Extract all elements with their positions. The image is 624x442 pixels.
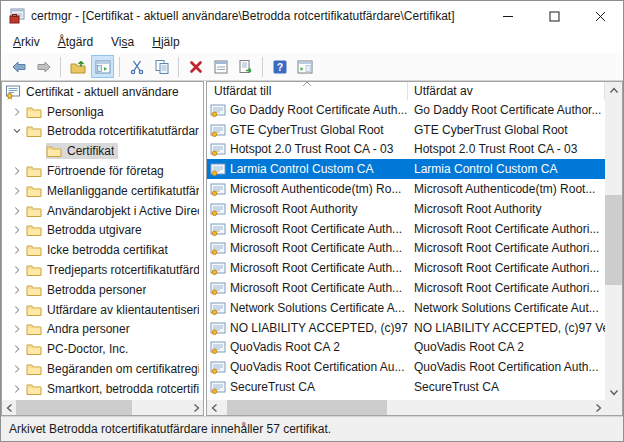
menu-arkiv[interactable]: Arkiv: [4, 31, 49, 53]
certificate-icon: [210, 359, 226, 375]
tree-expander-chevron-icon[interactable]: [8, 342, 26, 356]
list-vscroll-thumb[interactable]: [605, 195, 622, 285]
tree-expander-chevron-icon[interactable]: [8, 223, 26, 237]
tree-item[interactable]: Certifikat: [2, 141, 203, 161]
certificate-row[interactable]: SecureTrust CA SecureTrust CA: [207, 377, 605, 397]
scrollbar-corner: [605, 400, 622, 415]
tree-expander-chevron-icon[interactable]: [8, 283, 26, 297]
certificate-row[interactable]: Go Daddy Root Certificate Auth... Go Dad…: [207, 100, 605, 120]
status-bar: Arkivet Betrodda rotcertifikatutfärdare …: [1, 416, 623, 441]
scroll-left-icon[interactable]: [2, 400, 17, 415]
tree-expander-chevron-icon[interactable]: [8, 243, 26, 257]
tree-expander-chevron-icon[interactable]: [8, 322, 26, 336]
issued-to-cell: GTE CyberTrust Global Root: [230, 123, 408, 137]
tree-item[interactable]: Användarobjekt i Active Directory: [2, 201, 203, 221]
close-button[interactable]: [577, 1, 623, 31]
scroll-down-icon[interactable]: [605, 383, 622, 400]
tree-item[interactable]: Betrodda personer: [2, 280, 203, 300]
certificate-row[interactable]: Microsoft Root Certificate Auth... Micro…: [207, 258, 605, 278]
issued-to-cell: Microsoft Root Certificate Auth...: [230, 222, 408, 236]
forward-button[interactable]: [32, 55, 55, 78]
certificate-icon: [210, 280, 226, 296]
issued-by-cell: Microsoft Root Certificate Authori...: [408, 261, 605, 275]
tree-expander-chevron-icon[interactable]: [8, 263, 26, 277]
tree-item-label: Förtroende för företag: [47, 164, 164, 178]
certificate-row[interactable]: NO LIABILITY ACCEPTED, (c)97 ... NO LIAB…: [207, 318, 605, 338]
tree-expander-chevron-icon[interactable]: [8, 124, 26, 138]
export-list-button[interactable]: [234, 55, 257, 78]
certificate-icon: [210, 300, 226, 316]
show-console-tree-button[interactable]: [91, 55, 114, 78]
tree-item[interactable]: PC-Doctor, Inc.: [2, 339, 203, 359]
scroll-left-icon[interactable]: [207, 400, 222, 415]
tree-item[interactable]: Andra personer: [2, 320, 203, 340]
certificate-icon: [210, 161, 226, 177]
issued-to-cell: SecureTrust CA: [230, 380, 408, 394]
certificate-row[interactable]: Hotspot 2.0 Trust Root CA - 03 Hotspot 2…: [207, 140, 605, 160]
tree-item-icon: [26, 163, 42, 179]
tree-expander-chevron-icon[interactable]: [8, 164, 26, 178]
help-button[interactable]: ?: [268, 55, 291, 78]
title-bar: certmgr - [Certifikat - aktuell användar…: [1, 1, 623, 31]
tree-item-label: Betrodda personer: [47, 283, 146, 297]
certificate-row[interactable]: QuoVadis Root Certification Au... QuoVad…: [207, 357, 605, 377]
column-header-issued-by[interactable]: Utfärdat av: [408, 82, 605, 100]
tree-item-icon: [26, 302, 42, 318]
list-horizontal-scrollbar[interactable]: [207, 400, 605, 415]
copy-button[interactable]: [150, 55, 173, 78]
tree-item[interactable]: Utfärdare av klientautentisering: [2, 300, 203, 320]
tree-expander-chevron-icon[interactable]: [8, 303, 26, 317]
list-header: Utfärdat till Utfärdat av: [207, 82, 605, 100]
tree-item[interactable]: Certifikat - aktuell användare: [2, 82, 203, 102]
tree-item[interactable]: Icke betrodda certifikat: [2, 240, 203, 260]
delete-button[interactable]: [184, 55, 207, 78]
tree-expander-chevron-icon[interactable]: [8, 204, 26, 218]
tree-item[interactable]: Betrodda utgivare: [2, 221, 203, 241]
tree-item[interactable]: Betrodda rotcertifikatutfärdare: [2, 122, 203, 142]
menu-visa[interactable]: Visa: [102, 31, 143, 53]
tree-expander-chevron-icon[interactable]: [8, 105, 26, 119]
tree-expander-chevron-icon[interactable]: [8, 184, 26, 198]
tree-item[interactable]: Tredjeparts rotcertifikatutfärdare: [2, 260, 203, 280]
certificate-row[interactable]: Microsoft Authenticode(tm) Ro... Microso…: [207, 179, 605, 199]
certificate-row[interactable]: Microsoft Root Certificate Auth... Micro…: [207, 219, 605, 239]
tree-item-label: Användarobjekt i Active Directory: [47, 204, 199, 218]
show-action-pane-button[interactable]: [293, 55, 316, 78]
maximize-button[interactable]: [531, 1, 577, 31]
up-one-level-button[interactable]: [66, 55, 89, 78]
certificate-row[interactable]: Network Solutions Certificate A... Netwo…: [207, 298, 605, 318]
certificate-icon: [210, 221, 226, 237]
certificate-row[interactable]: Microsoft Root Authority Microsoft Root …: [207, 199, 605, 219]
certificate-row[interactable]: Microsoft Root Certificate Auth... Micro…: [207, 239, 605, 259]
tree-item[interactable]: Begäranden om certifikatregistrering: [2, 359, 203, 379]
menu-hjälp[interactable]: Hjälp: [143, 31, 188, 53]
menu-åtgärd[interactable]: Åtgärd: [49, 31, 102, 53]
cut-button[interactable]: [125, 55, 148, 78]
tree-expander-chevron-icon[interactable]: [8, 382, 26, 396]
certificate-row[interactable]: Microsoft Root Certificate Auth... Micro…: [207, 278, 605, 298]
tree-horizontal-scrollbar[interactable]: [2, 400, 203, 415]
tree-item-icon: [46, 143, 62, 159]
list-hscroll-thumb[interactable]: [227, 400, 387, 415]
issued-to-cell: Larmia Control Custom CA: [230, 162, 408, 176]
minimize-button[interactable]: [485, 1, 531, 31]
certificate-row[interactable]: QuoVadis Root CA 2 QuoVadis Root CA 2: [207, 338, 605, 358]
tree-hscroll-thumb[interactable]: [16, 400, 132, 415]
certificate-list-pane: Utfärdat till Utfärdat av Go Daddy Root …: [206, 81, 623, 416]
scroll-right-icon[interactable]: [590, 400, 605, 415]
scroll-up-icon[interactable]: [605, 82, 622, 99]
list-vertical-scrollbar[interactable]: [605, 82, 622, 400]
properties-button[interactable]: [209, 55, 232, 78]
tree-item[interactable]: Smartkort, betrodda rotcertifikatutfärda…: [2, 379, 203, 399]
scroll-right-icon[interactable]: [188, 400, 203, 415]
issued-by-cell: Microsoft Root Certificate Authori...: [408, 281, 605, 295]
tree-item[interactable]: Mellanliggande certifikatutfärdare: [2, 181, 203, 201]
back-button[interactable]: [7, 55, 30, 78]
tree-item[interactable]: Förtroende för företag: [2, 161, 203, 181]
certificate-row[interactable]: GTE CyberTrust Global Root GTE CyberTrus…: [207, 120, 605, 140]
sort-ascending-icon: [302, 82, 312, 87]
tree-expander-chevron-icon[interactable]: [8, 362, 26, 376]
certificate-row[interactable]: Larmia Control Custom CA Larmia Control …: [207, 159, 605, 179]
tree-item[interactable]: Personliga: [2, 102, 203, 122]
issued-to-cell: Microsoft Root Certificate Auth...: [230, 241, 408, 255]
